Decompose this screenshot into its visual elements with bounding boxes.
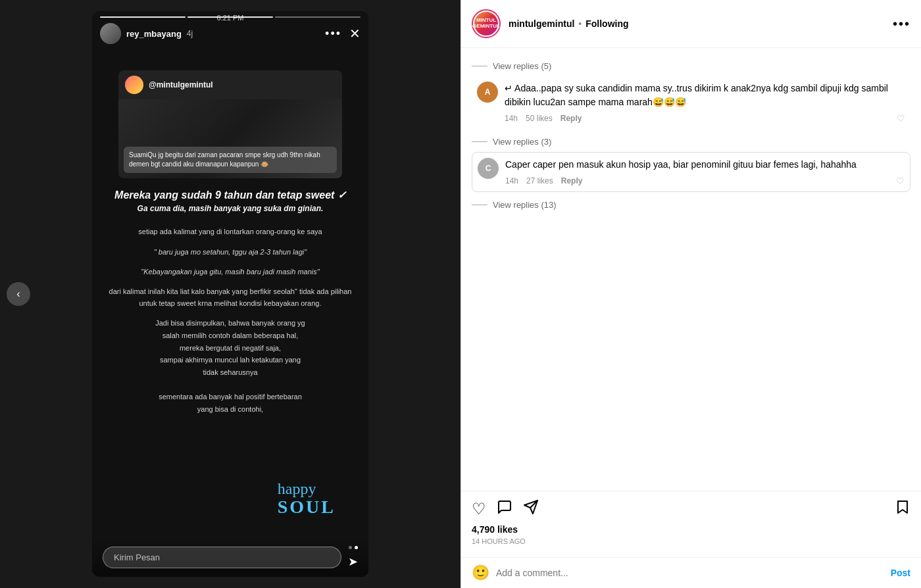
story-panel: ‹ 6:21 PM rey_mbayang 4j ••• ✕ [0,0,460,588]
view-replies-line-3 [472,141,487,142]
comment-likes-1: 50 likes [526,114,553,123]
story-more-icon[interactable]: ••• [325,27,341,41]
story-dots-indicator [349,546,358,549]
progress-bar-1 [100,16,186,18]
story-message-placeholder: Kirim Pesan [114,552,160,562]
ig-likes-count: 4,790 likes [472,524,910,535]
story-shared-post: @mintulgemintul SuamiQu jg begitu dari z… [118,70,342,178]
story-avatar [100,23,121,44]
ig-actions-bar: ♡ 4,790 likes 14 HOURS AGO [461,491,921,557]
shared-post-caption: SuamiQu jg begitu dari zaman pacaran smp… [124,147,337,173]
story-dot-2 [355,546,358,549]
ig-username-row: mintulgemintul • Following [509,18,893,29]
story-conclusion: Jadi bisa disimpulkan, bahwa banyak oran… [155,317,305,416]
ig-post-button[interactable]: Post [891,568,910,578]
ig-like-icon[interactable]: ♡ [472,500,486,518]
comment-time-2: 14h [505,176,518,185]
comment-likes-2: 27 likes [526,176,553,185]
happy-text: happy [278,480,336,497]
ig-header-more-icon[interactable]: ••• [893,16,910,32]
view-replies-line-13 [472,205,487,205]
story-close-icon[interactable]: ✕ [349,26,361,41]
story-container: 6:21 PM rey_mbayang 4j ••• ✕ [92,11,368,577]
shared-post-image: SuamiQu jg begitu dari zaman pacaran smp… [118,99,342,178]
soul-text: SOUL [278,497,336,518]
ig-avatar-ring: MINTUL GEMINTUL [472,9,501,38]
progress-bar-3 [275,16,361,18]
view-replies-3-text: View replies (3) [493,137,551,147]
comment-reply-btn-1[interactable]: Reply [560,114,582,123]
comment-time-1: 14h [505,114,518,123]
comments-panel: MINTUL GEMINTUL mintulgemintul • Followi… [460,0,921,588]
comment-right-2: Caper caper pen masuk akun hosip yaa, bi… [505,158,905,186]
comment-avatar-1: A [477,82,498,103]
ig-bookmark-icon[interactable] [895,499,910,519]
ig-header: MINTUL GEMINTUL mintulgemintul • Followi… [461,0,921,48]
ig-emoji-btn[interactable]: 🙂 [472,564,489,581]
ig-separator: • [578,18,582,29]
story-user-info: rey_mbayang 4j [100,23,193,44]
ig-user-details: mintulgemintul • Following [509,18,893,29]
story-quote2: "Kebayangakan juga gitu, masih baru jadi… [141,266,319,278]
view-replies-13[interactable]: View replies (13) [472,200,910,210]
comment-meta-2: 14h 27 likes Reply ♡ [505,176,905,186]
ig-share-icon[interactable] [523,499,539,519]
story-time: 6:21 PM [217,14,244,22]
story-happy-soul-text: happy SOUL [278,480,336,518]
ig-username: mintulgemintul [509,18,574,29]
comment-block-2: C Caper caper pen masuk akun hosip yaa, … [472,152,910,192]
story-username: rey_mbayang [126,29,182,39]
story-dot-1 [349,546,352,549]
shared-post-username: @mintulgemintul [149,80,213,89]
story-header-actions: ••• ✕ [325,26,361,41]
comment-text-1: ↵ Adaa..papa sy suka candidin mama sy..t… [505,82,905,109]
shared-post-header: @mintulgemintul [118,70,342,99]
story-header: rey_mbayang 4j ••• ✕ [100,23,361,44]
ig-avatar: MINTUL GEMINTUL [474,12,498,36]
comment-body-1: ↵ Adaa..papa sy suka candidin mama sy..t… [505,83,888,107]
view-replies-5[interactable]: View replies (5) [472,61,910,71]
shared-post-avatar [125,76,143,94]
story-time-ago: 4j [187,29,193,38]
comment-heart-icon-2[interactable]: ♡ [896,176,905,186]
story-body2: dari kalimat inilah kita liat kalo banya… [105,286,355,309]
comment-text-2: Caper caper pen masuk akun hosip yaa, bi… [505,158,905,172]
view-replies-3[interactable]: View replies (3) [472,137,910,147]
comment-heart-icon-1[interactable]: ♡ [897,113,905,124]
story-avatar-image [100,23,121,44]
story-content: @mintulgemintul SuamiQu jg begitu dari z… [92,11,368,577]
story-message-input[interactable]: Kirim Pesan [103,547,341,568]
ig-add-comment-row: 🙂 Post [461,557,921,588]
comment-reply-btn-2[interactable]: Reply [561,176,583,185]
story-bottom: Kirim Pesan ➤ [92,539,368,577]
comment-block-1: A ↵ Adaa..papa sy suka candidin mama sy.… [472,76,910,129]
comment-meta-1: 14h 50 likes Reply ♡ [505,113,905,124]
comment-body-2: Caper caper pen masuk akun hosip yaa, bi… [505,159,857,170]
view-replies-5-text: View replies (5) [493,61,551,71]
ig-following-label[interactable]: Following [585,18,628,29]
svg-marker-2 [898,501,907,513]
comment-avatar-2: C [478,158,499,179]
ig-comment-input[interactable] [496,568,884,578]
ig-comment-icon[interactable] [497,499,512,519]
comment-right-1: ↵ Adaa..papa sy suka candidin mama sy..t… [505,82,905,124]
chevron-left-icon: ‹ [16,288,20,300]
ig-comments-area: View replies (5) A ↵ Adaa..papa sy suka … [461,48,921,491]
story-send-icon[interactable]: ➤ [348,554,358,569]
view-replies-line [472,66,487,66]
story-nav-left[interactable]: ‹ [7,282,30,306]
story-subheading: Ga cuma dia, masih banyak yang suka dm g… [137,204,324,213]
view-replies-13-text: View replies (13) [493,200,557,210]
ig-action-icons: ♡ [472,499,910,519]
story-heading: Mereka yang sudah 9 tahun dan tetap swee… [114,189,346,201]
story-body1: setiap ada kalimat yang di lontarkan ora… [138,226,322,238]
story-quote1: " baru juga mo setahun, tggu aja 2-3 tah… [154,246,307,258]
ig-timestamp: 14 HOURS AGO [472,537,910,545]
